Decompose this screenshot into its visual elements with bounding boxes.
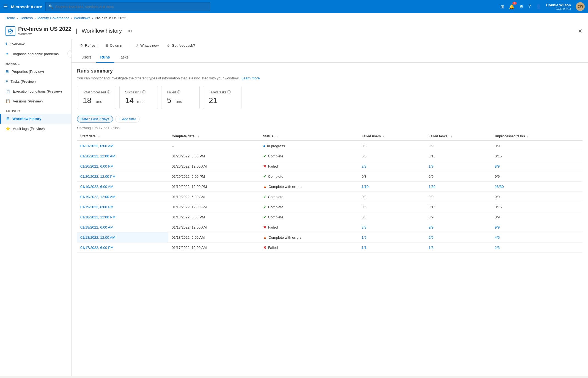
unprocessed-link[interactable]: 28/30 xyxy=(495,185,504,189)
failed-users-value: 0/3 xyxy=(362,195,367,199)
status-text: Complete xyxy=(268,195,284,199)
notifications-icon[interactable]: 🔔 1 xyxy=(509,4,515,9)
refresh-button[interactable]: ↻ Refresh xyxy=(77,42,101,49)
whats-new-button[interactable]: ↗ What's new xyxy=(132,42,162,49)
audit-logs-icon: ⭐ xyxy=(6,126,10,131)
status-text: Failed xyxy=(268,164,278,168)
failed-tasks-link[interactable]: 2/6 xyxy=(428,235,433,240)
sort-icon-complete-date: ↑↓ xyxy=(196,135,199,138)
status-icon: ✔ xyxy=(263,154,266,158)
start-date-link[interactable]: 01/17/2022, 6:00 PM xyxy=(80,246,114,250)
failed-users-link[interactable]: 1/1 xyxy=(362,246,367,250)
unprocessed-link[interactable]: 9/9 xyxy=(495,225,500,229)
close-icon[interactable]: ✕ xyxy=(578,28,582,34)
status-cell: ▲ Complete with errors xyxy=(260,232,358,243)
unprocessed-tasks-cell: 9/9 xyxy=(491,222,582,232)
breadcrumb-sep-1: › xyxy=(17,16,18,20)
unprocessed-link[interactable]: 8/9 xyxy=(495,164,500,168)
col-start-date[interactable]: Start date ↑↓ xyxy=(77,132,168,141)
status-text: Failed xyxy=(268,225,278,229)
failed-tasks-link[interactable]: 1/30 xyxy=(428,185,435,189)
failed-tasks-link[interactable]: 9/9 xyxy=(428,225,433,229)
date-filter-chip[interactable]: Date : Last 7 days xyxy=(77,116,113,123)
audit-logs-label: Audit logs (Preview) xyxy=(13,127,45,131)
breadcrumb-contoso[interactable]: Contoso xyxy=(20,16,33,20)
unprocessed-tasks-cell: 2/3 xyxy=(491,243,582,253)
help-icon[interactable]: ? xyxy=(528,4,531,9)
learn-more-link[interactable]: Learn more xyxy=(241,76,260,80)
col-status[interactable]: Status ↑↓ xyxy=(260,132,358,141)
status-text: Complete xyxy=(268,215,284,219)
col-failed-users[interactable]: Failed users ↑↓ xyxy=(358,132,425,141)
topnav-icons: ⊞ 🔔 1 ⚙ ? 👤 Connie Wilson CONTOSO CW xyxy=(501,2,585,11)
sidebar-manage-section: Manage xyxy=(0,59,71,66)
complete-date-cell: 01/20/2022, 6:00 PM xyxy=(168,151,260,161)
status-text: Complete with errors xyxy=(268,185,301,189)
start-date-link[interactable]: 01/18/2022, 12:00 AM xyxy=(80,235,115,240)
complete-date-cell: 01/18/2022, 6:00 PM xyxy=(168,212,260,222)
feedback-button[interactable]: ☺ Got feedback? xyxy=(163,42,198,49)
sidebar-item-audit-logs[interactable]: ⭐ Audit logs (Preview) xyxy=(0,124,71,134)
start-date-link[interactable]: 01/19/2022, 6:00 PM xyxy=(80,205,114,209)
add-filter-button[interactable]: + Add filter xyxy=(115,116,140,123)
properties-icon: ⊞ xyxy=(6,69,9,74)
status-icon: ✔ xyxy=(263,174,266,179)
unprocessed-value: 9/9 xyxy=(495,174,500,179)
start-date-link[interactable]: 01/20/2022, 12:00 AM xyxy=(80,154,115,158)
main-content: ↻ Refresh ⊟ Column ↗ What's new ☺ Got fe… xyxy=(72,39,588,376)
sidebar-item-workflow-history[interactable]: ⊟ Workflow history xyxy=(0,114,71,124)
failed-users-value: 0/3 xyxy=(362,174,367,179)
failed-users-link[interactable]: 2/3 xyxy=(362,164,367,168)
failed-tasks-value: 0/9 xyxy=(428,144,433,148)
failed-users-link[interactable]: 3/3 xyxy=(362,225,367,229)
start-date-link[interactable]: 01/19/2022, 12:00 AM xyxy=(80,195,115,199)
portal-icon[interactable]: ⊞ xyxy=(501,4,504,9)
sidebar-item-overview[interactable]: ℹ Overview xyxy=(0,39,71,49)
col-unprocessed-tasks[interactable]: Unprocessed tasks ↑↓ xyxy=(491,132,582,141)
notification-badge: 1 xyxy=(512,2,517,5)
unprocessed-link[interactable]: 4/6 xyxy=(495,235,500,240)
info-icon-total: ⓘ xyxy=(107,90,110,94)
account-icon[interactable]: 👤 xyxy=(536,4,541,9)
start-date-link[interactable]: 01/20/2022, 12:00 PM xyxy=(80,174,116,179)
col-failed-tasks[interactable]: Failed tasks ↑↓ xyxy=(425,132,491,141)
search-input[interactable] xyxy=(55,5,207,9)
overview-icon: ℹ xyxy=(6,42,7,46)
sidebar-item-tasks[interactable]: ≡ Tasks (Preview) xyxy=(0,76,71,86)
status-icon: ✖ xyxy=(263,245,266,250)
more-options-icon[interactable]: ••• xyxy=(127,29,132,34)
sidebar-item-diagnose[interactable]: ✦ Diagnose and solve problems xyxy=(0,49,71,59)
failed-tasks-value: 0/9 xyxy=(428,195,433,199)
failed-users-link[interactable]: 1/10 xyxy=(362,185,369,189)
start-date-link[interactable]: 01/19/2022, 6:00 AM xyxy=(80,185,113,189)
sidebar-item-properties[interactable]: ⊞ Properties (Preview) xyxy=(0,66,71,76)
col-complete-date[interactable]: Complete date ↑↓ xyxy=(168,132,260,141)
failed-users-link[interactable]: 1/2 xyxy=(362,235,367,240)
card-successful-value: 14 runs xyxy=(125,96,152,105)
card-failed-tasks-title: Failed tasks ⓘ xyxy=(209,90,236,94)
hamburger-icon[interactable]: ☰ xyxy=(3,4,8,10)
start-date-link[interactable]: 01/20/2022, 6:00 PM xyxy=(80,164,114,168)
failed-tasks-link[interactable]: 1/3 xyxy=(428,246,433,250)
sidebar-item-versions[interactable]: 📋 Versions (Preview) xyxy=(0,96,71,106)
tab-users[interactable]: Users xyxy=(77,52,96,63)
breadcrumb-identity-governance[interactable]: Identity Governance xyxy=(37,16,69,20)
start-date-link[interactable]: 01/18/2022, 12:00 PM xyxy=(80,215,116,219)
breadcrumb-home[interactable]: Home xyxy=(6,16,15,20)
start-date-link[interactable]: 01/21/2022, 6:00 AM xyxy=(80,144,113,148)
complete-date-cell: 01/19/2022, 6:00 AM xyxy=(168,192,260,202)
failed-tasks-cell: 0/9 xyxy=(425,192,491,202)
avatar[interactable]: CW xyxy=(576,2,585,11)
complete-date-cell: 01/20/2022, 6:00 PM xyxy=(168,171,260,182)
settings-icon[interactable]: ⚙ xyxy=(520,4,523,9)
search-box[interactable]: 🔍 xyxy=(45,2,210,11)
user-info[interactable]: Connie Wilson CONTOSO xyxy=(546,3,571,10)
unprocessed-link[interactable]: 2/3 xyxy=(495,246,500,250)
breadcrumb-workflows[interactable]: Workflows xyxy=(74,16,90,20)
tab-tasks[interactable]: Tasks xyxy=(114,52,133,63)
tab-runs[interactable]: Runs xyxy=(96,52,114,63)
start-date-link[interactable]: 01/18/2022, 6:00 AM xyxy=(80,225,113,229)
sidebar-item-execution[interactable]: 📄 Execution conditions (Preview) xyxy=(0,86,71,96)
failed-tasks-link[interactable]: 1/9 xyxy=(428,164,433,168)
column-button[interactable]: ⊟ Column xyxy=(102,42,126,49)
